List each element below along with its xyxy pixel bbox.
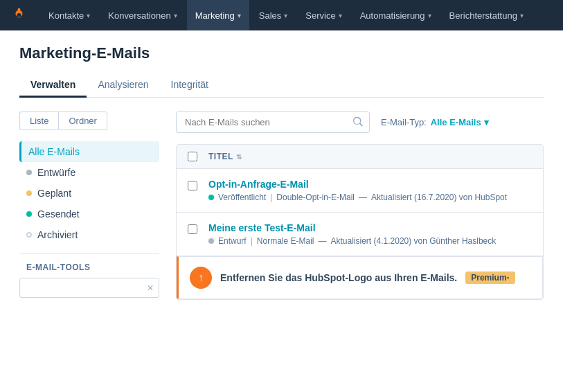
notification-icon: ↑ xyxy=(190,267,212,289)
email-search-box xyxy=(176,112,370,133)
tab-verwalten[interactable]: Verwalten xyxy=(19,73,87,98)
chevron-down-icon: ▾ xyxy=(484,117,489,127)
status-dot xyxy=(208,238,214,244)
sort-icon[interactable]: ⇅ xyxy=(236,153,242,161)
email-filter-list: Alle E-Mails Entwürfe Geplant Gesendet A… xyxy=(19,141,159,245)
filter-value: Alle E-Mails xyxy=(431,117,481,127)
row-meta: Entwurf | Normale E-Mail — Aktualisiert … xyxy=(208,236,532,246)
filter-label: E-Mail-Typ: xyxy=(381,117,427,127)
email-search-input[interactable] xyxy=(176,112,370,133)
column-title: TITEL ⇅ xyxy=(208,152,242,161)
nav-item-marketing[interactable]: Marketing ▾ xyxy=(187,0,249,30)
email-tools-section-title: E-Mail-Tools xyxy=(19,262,159,272)
chevron-down-icon: ▾ xyxy=(87,12,90,19)
email-type-filter: E-Mail-Typ: Alle E-Mails ▾ xyxy=(381,117,489,127)
sidebar: Liste Ordner Alle E-Mails Entwürfe Gepla… xyxy=(0,112,159,303)
chevron-down-icon: ▾ xyxy=(428,12,431,19)
sent-status-dot xyxy=(26,211,32,217)
row-status: Entwurf xyxy=(218,236,247,246)
notification-badge: Premium- xyxy=(465,271,515,284)
notification-banner: ↑ Entfernen Sie das HubSpot-Logo aus Ihr… xyxy=(177,256,543,299)
table-row: Meine erste Test-E-Mail Entwurf | Normal… xyxy=(177,213,543,256)
sidebar-item-planned[interactable]: Geplant xyxy=(19,183,159,204)
page-title: Marketing-E-Mails xyxy=(19,44,544,62)
chevron-down-icon: ▾ xyxy=(284,12,287,19)
tab-analysieren[interactable]: Analysieren xyxy=(87,73,159,98)
chevron-down-icon: ▾ xyxy=(520,12,524,19)
nav-item-kontakte[interactable]: Kontakte ▾ xyxy=(40,0,98,30)
sidebar-item-archived[interactable]: Archiviert xyxy=(19,224,159,245)
hubspot-logo xyxy=(11,6,26,25)
separator: | xyxy=(251,236,253,246)
sidebar-search-input[interactable] xyxy=(19,278,159,298)
nav-item-sales[interactable]: Sales ▾ xyxy=(251,0,296,30)
nav-item-service[interactable]: Service ▾ xyxy=(297,0,350,30)
email-title-link[interactable]: Meine erste Test-E-Mail xyxy=(208,222,316,233)
archived-status-dot xyxy=(26,232,32,238)
search-icon xyxy=(353,116,363,128)
sidebar-item-label: Geplant xyxy=(37,188,71,199)
row-meta: Veröffentlicht | Double-Opt-in-E-Mail — … xyxy=(208,193,532,202)
sidebar-item-drafts[interactable]: Entwürfe xyxy=(19,162,159,183)
row-checkbox[interactable] xyxy=(188,181,197,190)
content-toolbar: E-Mail-Typ: Alle E-Mails ▾ xyxy=(176,112,544,133)
email-title-link[interactable]: Opt-in-Anfrage-E-Mail xyxy=(208,179,309,190)
main-content: E-Mail-Typ: Alle E-Mails ▾ TITEL ⇅ xyxy=(159,112,563,303)
list-view-button[interactable]: Liste xyxy=(19,112,58,130)
chevron-down-icon: ▾ xyxy=(339,12,342,19)
notification-text: Entfernen Sie das HubSpot-Logo aus Ihren… xyxy=(220,272,457,283)
separator: — xyxy=(319,236,327,246)
row-content: Opt-in-Anfrage-E-Mail Veröffentlicht | D… xyxy=(208,179,532,202)
sidebar-item-label: Alle E-Mails xyxy=(28,146,80,157)
sidebar-item-label: Gesendet xyxy=(37,208,80,220)
email-type-dropdown[interactable]: Alle E-Mails ▾ xyxy=(431,117,489,127)
sidebar-item-label: Archiviert xyxy=(37,229,78,240)
separator: — xyxy=(359,193,367,202)
chevron-down-icon: ▾ xyxy=(174,12,177,19)
top-navigation: Kontakte ▾ Konversationen ▾ Marketing ▾ … xyxy=(0,0,563,30)
row-type: Normale E-Mail xyxy=(257,236,314,246)
planned-status-dot xyxy=(26,190,32,196)
nav-item-automatisierung[interactable]: Automatisierung ▾ xyxy=(352,0,440,30)
select-all-checkbox[interactable] xyxy=(188,152,197,161)
table-header: TITEL ⇅ xyxy=(177,145,543,169)
sidebar-item-all-emails[interactable]: Alle E-Mails xyxy=(19,141,159,162)
sidebar-item-sent[interactable]: Gesendet xyxy=(19,204,159,224)
tabs: Verwalten Analysieren Integrität xyxy=(19,73,544,98)
row-status: Veröffentlicht xyxy=(218,193,266,202)
row-updated: Aktualisiert (4.1.2020) von Günther Hasl… xyxy=(331,236,497,246)
sidebar-search-box: ✕ xyxy=(19,278,159,298)
tab-integritaet[interactable]: Integrität xyxy=(160,73,220,98)
folder-view-button[interactable]: Ordner xyxy=(58,112,107,130)
page-header: Marketing-E-Mails Verwalten Analysieren … xyxy=(0,30,563,98)
draft-status-dot xyxy=(26,170,32,175)
row-content: Meine erste Test-E-Mail Entwurf | Normal… xyxy=(208,222,532,246)
email-table: TITEL ⇅ Opt-in-Anfrage-E-Mail Veröffentl… xyxy=(176,144,544,300)
chevron-down-icon: ▾ xyxy=(238,12,241,19)
nav-item-konversationen[interactable]: Konversationen ▾ xyxy=(100,0,185,30)
row-type: Double-Opt-in-E-Mail xyxy=(276,193,355,202)
table-row: Opt-in-Anfrage-E-Mail Veröffentlicht | D… xyxy=(177,169,543,213)
status-dot xyxy=(208,195,214,200)
nav-menu: Kontakte ▾ Konversationen ▾ Marketing ▾ … xyxy=(40,0,532,30)
row-checkbox[interactable] xyxy=(188,224,197,234)
nav-item-berichterstattung[interactable]: Berichterstattung ▾ xyxy=(441,0,532,30)
close-icon[interactable]: ✕ xyxy=(147,283,154,293)
sidebar-item-label: Entwürfe xyxy=(37,167,75,178)
sidebar-divider xyxy=(19,253,159,254)
main-layout: Liste Ordner Alle E-Mails Entwürfe Gepla… xyxy=(0,112,563,303)
separator: | xyxy=(270,193,272,202)
view-button-group: Liste Ordner xyxy=(19,112,159,130)
row-updated: Aktualisiert (16.7.2020) von HubSpot xyxy=(371,193,507,202)
